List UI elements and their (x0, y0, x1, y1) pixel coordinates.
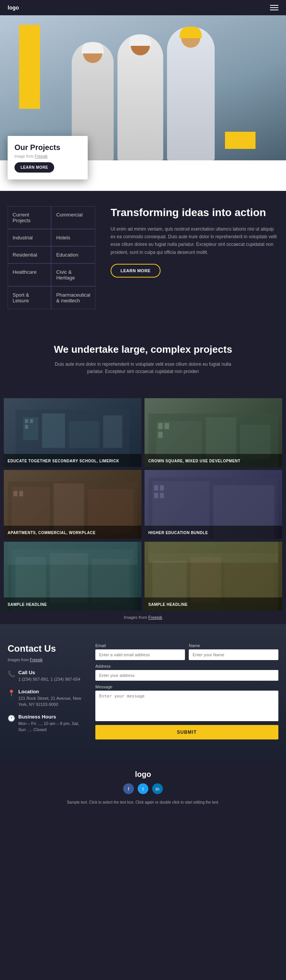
projects-section: Current Projects Commercial Industrial H… (0, 191, 286, 325)
submit-button[interactable]: SUBMIT (95, 725, 278, 739)
contact-section: Contact Us Images from Freepik 📞 Call Us… (0, 624, 286, 759)
footer: logo f t in Sample text. Click to select… (0, 759, 286, 816)
category-pharma[interactable]: Pharmaceutical & medtech (51, 286, 95, 309)
form-group-name: Name (189, 643, 278, 660)
contact-form: Email Name Address Message SUBMIT (95, 643, 278, 739)
gallery-item-5[interactable]: SAMPLE HEADLINE (4, 542, 141, 610)
complex-heading: We undertake large, complex projects (8, 344, 278, 355)
svg-rect-26 (154, 493, 158, 498)
hero-title: Our Projects (14, 143, 81, 152)
contact-hours-item: 🕐 Business Hours Mon – Fri …, 10 am – 8 … (8, 714, 84, 733)
svg-rect-32 (92, 559, 130, 603)
svg-rect-24 (154, 485, 158, 491)
hero-learn-more-button[interactable]: LEARN MORE (14, 162, 54, 173)
gallery-image-credit: Images from Freepik (0, 610, 286, 624)
gallery-item-2[interactable]: CROWN SQUARE, MIXED USE DEVELOPMENT (145, 398, 282, 467)
contact-location-item: 📍 Location 121 Rock Street, 21 Avenue, N… (8, 689, 84, 708)
gallery-label-2: CROWN SQUARE, MIXED USE DEVELOPMENT (145, 454, 282, 467)
category-civic-heritage[interactable]: Civic & Heritage (51, 263, 95, 286)
fig-helmet-2 (129, 34, 151, 46)
svg-rect-39 (149, 542, 278, 563)
svg-rect-6 (30, 419, 33, 423)
address-input[interactable] (95, 670, 278, 681)
svg-rect-20 (19, 491, 23, 496)
projects-learn-more-button[interactable]: LEARN MORE (111, 264, 161, 278)
svg-rect-12 (158, 423, 163, 429)
category-healthcare[interactable]: Healthcare (8, 263, 51, 286)
gallery-label-5: SAMPLE HEADLINE (4, 597, 141, 610)
gallery-label-1: EDUCATE TOGETHER SECONDARY SCHOOL, LIMER… (4, 454, 141, 467)
menu-line-1 (270, 5, 278, 6)
svg-rect-13 (165, 423, 169, 429)
name-input[interactable] (189, 649, 278, 660)
svg-rect-5 (25, 419, 28, 423)
svg-rect-4 (103, 415, 122, 448)
hero-yellow-accent-right (225, 132, 255, 149)
svg-rect-25 (160, 485, 164, 491)
fig-helmet-3 (180, 27, 202, 38)
projects-body: Ut enim ad minim veniam, quis nostrud ex… (111, 225, 278, 257)
gallery-item-1[interactable]: EDUCATE TOGETHER SECONDARY SCHOOL, LIMER… (4, 398, 141, 467)
svg-rect-9 (156, 421, 202, 459)
svg-rect-27 (160, 493, 164, 498)
contact-heading: Contact Us (8, 643, 84, 654)
category-residential[interactable]: Residential (8, 246, 51, 263)
menu-line-3 (270, 10, 278, 10)
svg-rect-19 (14, 491, 18, 496)
message-textarea[interactable] (95, 691, 278, 721)
social-twitter-icon[interactable]: t (138, 783, 148, 794)
category-industrial[interactable]: Industrial (8, 229, 51, 246)
hamburger-menu[interactable] (270, 5, 278, 10)
email-input[interactable] (95, 649, 185, 660)
address-label: Address (95, 664, 278, 668)
svg-rect-33 (8, 542, 138, 565)
fig-helmet-1 (82, 42, 104, 53)
projects-heading: Transforming ideas into action (111, 206, 278, 219)
complex-description: Duis aute irure dolor in reprehenderit i… (48, 361, 238, 375)
gallery-item-3[interactable]: APARTMENTS, COMMERCIAL, WORKPLACE (4, 470, 141, 539)
header-logo: logo (8, 5, 19, 11)
form-group-email: Email (95, 643, 185, 660)
form-row-email-name: Email Name (95, 643, 278, 660)
menu-line-2 (270, 7, 278, 8)
form-group-address: Address (95, 664, 278, 681)
hero-card: Our Projects Image from Freepik LEARN MO… (8, 136, 88, 179)
category-hotels[interactable]: Hotels (51, 229, 95, 246)
phone-icon: 📞 (8, 670, 15, 678)
projects-description: Transforming ideas into action Ut enim a… (111, 206, 278, 309)
social-linkedin-icon[interactable]: in (152, 783, 163, 794)
gallery-freepik-link[interactable]: Freepik (148, 615, 162, 620)
location-icon: 📍 (8, 689, 15, 697)
category-education[interactable]: Education (51, 246, 95, 263)
hero-yellow-accent-left (19, 25, 40, 109)
category-commercial[interactable]: Commercial (51, 206, 95, 229)
projects-category-grid: Current Projects Commercial Industrial H… (8, 206, 95, 309)
svg-rect-38 (225, 563, 275, 603)
name-label: Name (189, 643, 278, 648)
email-label: Email (95, 643, 185, 648)
figure-2 (117, 34, 163, 160)
contact-call-text: Call Us 1 (234) 567-891, 1 (234) 987-654 (18, 670, 80, 683)
category-sport-leisure[interactable]: Sport & Leisure (8, 286, 51, 309)
svg-rect-14 (158, 432, 163, 438)
social-facebook-icon[interactable]: f (123, 783, 134, 794)
contact-location-text: Location 121 Rock Street, 21 Avenue, New… (18, 689, 84, 708)
svg-rect-36 (153, 561, 187, 603)
svg-rect-3 (69, 421, 100, 448)
gallery-label-4: HIGHER EDUCATION BUNDLE (145, 526, 282, 539)
gallery-item-6[interactable]: SAMPLE HEADLINE (145, 542, 282, 610)
svg-rect-37 (191, 557, 221, 603)
gallery-label-3: APARTMENTS, COMMERCIAL, WORKPLACE (4, 526, 141, 539)
header: logo (0, 0, 286, 15)
svg-rect-2 (42, 413, 65, 448)
complex-section: We undertake large, complex projects Dui… (0, 325, 286, 398)
contact-info: Contact Us Images from Freepik 📞 Call Us… (8, 643, 84, 739)
gallery-item-4[interactable]: HIGHER EDUCATION BUNDLE (145, 470, 282, 539)
contact-hours-text: Business Hours Mon – Fri …, 10 am – 8 pm… (18, 714, 84, 733)
hero-credit: Image from Freepik (14, 154, 81, 158)
form-group-message: Message (95, 685, 278, 721)
category-current-projects[interactable]: Current Projects (8, 206, 51, 229)
hero-section: Our Projects Image from Freepik LEARN MO… (0, 15, 286, 160)
contact-image-credit: Images from Freepik (8, 658, 84, 662)
social-icons-row: f t in (8, 783, 278, 794)
